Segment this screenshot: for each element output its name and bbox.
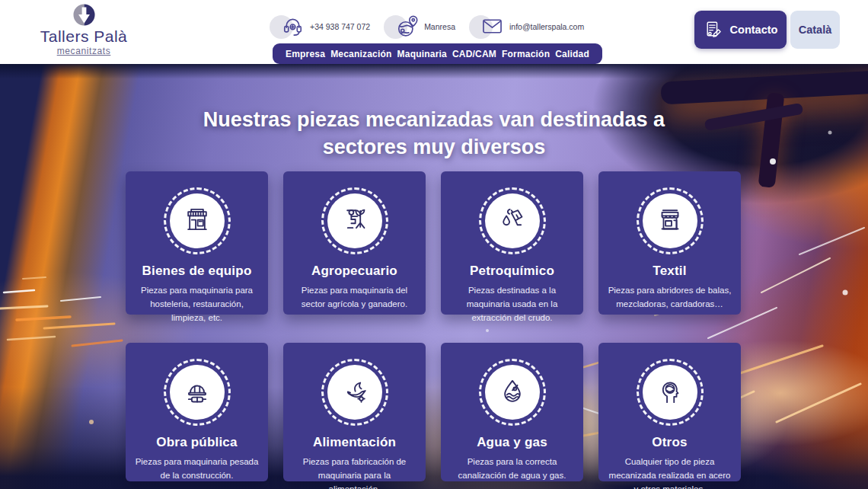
sector-title: Agropecuario <box>283 264 426 279</box>
sector-card: Bienes de equipoPiezas para maquinaria p… <box>126 171 268 315</box>
page: Tallers Palà mecanitzats +34 938 747 07 <box>0 0 868 489</box>
logo[interactable]: Tallers Palà mecanitzats <box>27 2 140 56</box>
sector-description: Piezas destinadas a la maquinaria usada … <box>449 284 575 324</box>
globe-pin-icon <box>390 12 419 41</box>
water-drop-icon <box>485 365 540 420</box>
sector-card: OtrosCualquier tipo de pieza mecanizada … <box>598 343 741 481</box>
contact-strip: +34 938 747 072 Manresa <box>276 12 584 41</box>
farmer-icon <box>327 193 382 248</box>
sector-title: Otros <box>598 435 741 450</box>
sector-description: Piezas para abridores de balas, mezclado… <box>607 284 732 312</box>
sector-title: Obra pública <box>126 435 268 450</box>
sector-description: Cualquier tipo de pieza mecanizada reali… <box>607 455 732 489</box>
sector-cards-grid: Bienes de equipoPiezas para maquinaria p… <box>126 171 741 481</box>
sector-title: Agua y gas <box>441 435 583 450</box>
nav-item-empresa[interactable]: Empresa <box>286 49 325 59</box>
sector-card: TextilPiezas para abridores de balas, me… <box>598 171 741 315</box>
brand-tagline: mecanitzats <box>27 46 140 56</box>
shop-awning-icon <box>643 193 697 248</box>
contact-item-email[interactable]: info@tallerspala.com <box>475 12 584 41</box>
nav-item-maquinaria[interactable]: Maquinaria <box>397 49 447 59</box>
location-name: Manresa <box>424 22 455 31</box>
nav-item-formacion[interactable]: Formación <box>502 49 550 59</box>
dashed-ring <box>637 187 704 254</box>
logo-arrow-icon <box>72 2 97 27</box>
contact-item-phone[interactable]: +34 938 747 072 <box>276 12 370 41</box>
dashed-ring <box>479 187 546 254</box>
dashed-ring <box>479 359 546 426</box>
dashed-ring <box>321 359 388 426</box>
dashed-ring <box>321 187 388 254</box>
bird-icon <box>327 365 382 420</box>
contract-pen-icon <box>704 20 723 40</box>
head-gear-icon <box>643 365 697 420</box>
main-nav: EmpresaMecanizaciónMaquinariaCAD/CAMForm… <box>273 43 602 64</box>
sector-description: Piezas para fabricación de maquinaria pa… <box>292 455 417 489</box>
site-header: Tallers Palà mecanitzats +34 938 747 07 <box>0 0 868 64</box>
sector-card: PetroquímicoPiezas destinadas a la maqui… <box>441 171 583 315</box>
language-button[interactable]: Català <box>790 11 840 49</box>
sector-description: Piezas para la correcta canalización de … <box>449 455 575 483</box>
nav-item-cad-cam[interactable]: CAD/CAM <box>452 49 496 59</box>
sector-description: Piezas para maquinaria del sector agríco… <box>292 284 417 312</box>
sector-title: Bienes de equipo <box>126 264 268 279</box>
dashed-ring <box>164 187 231 254</box>
hard-hat-icon <box>170 365 225 420</box>
envelope-icon <box>475 12 504 41</box>
hero-section: Nuestras piezas mecanizadas van destinad… <box>0 64 868 489</box>
storefront-icon <box>170 193 225 248</box>
sector-description: Piezas para maquinaria pesada de la cons… <box>134 455 260 483</box>
contact-item-location[interactable]: Manresa <box>390 12 455 41</box>
headset-icon <box>276 12 305 41</box>
nav-item-mecanizacion[interactable]: Mecanización <box>330 49 391 59</box>
sector-title: Alimentación <box>283 435 426 450</box>
sector-card: Obra públicaPiezas para maquinaria pesad… <box>126 343 268 481</box>
contacto-label: Contacto <box>730 24 778 36</box>
email-address: info@tallerspala.com <box>509 22 584 31</box>
nav-item-calidad[interactable]: Calidad <box>555 49 589 59</box>
hero-title-line1: Nuestras piezas mecanizadas van destinad… <box>0 106 868 133</box>
sector-card: Agua y gasPiezas para la correcta canali… <box>441 343 583 481</box>
sector-title: Textil <box>598 264 741 279</box>
brand-name: Tallers Palà <box>27 27 140 45</box>
sector-title: Petroquímico <box>441 264 583 279</box>
hero-title: Nuestras piezas mecanizadas van destinad… <box>0 106 868 161</box>
phone-number: +34 938 747 072 <box>310 22 370 31</box>
hero-title-line2: sectores muy diversos <box>0 133 868 161</box>
dashed-ring <box>637 359 704 426</box>
dashed-ring <box>164 359 231 426</box>
sector-card: AlimentaciónPiezas para fabricación de m… <box>283 343 426 481</box>
sector-card: AgropecuarioPiezas para maquinaria del s… <box>283 171 426 315</box>
sector-description: Piezas para maquinaria para hosteleria, … <box>134 284 260 324</box>
contacto-button[interactable]: Contacto <box>694 11 787 49</box>
fuel-nozzle-icon <box>485 193 540 248</box>
